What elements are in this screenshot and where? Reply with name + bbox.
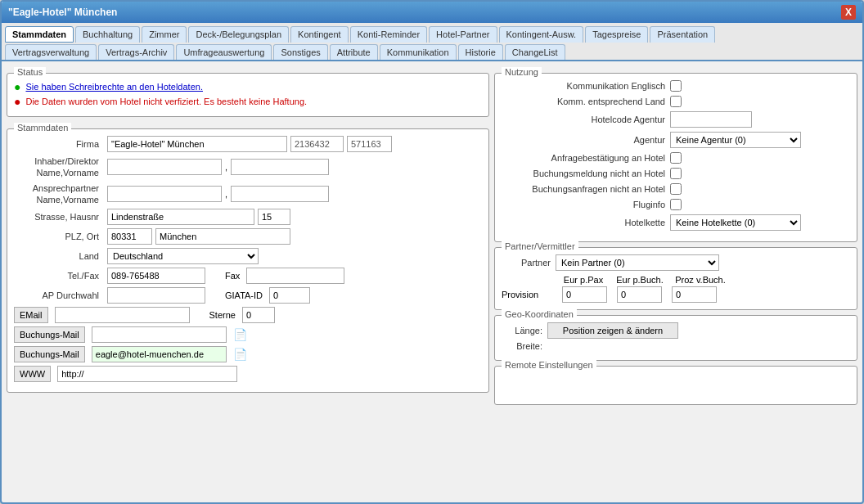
ansprech-vorname-input[interactable] [231, 186, 329, 202]
tab-kontingent[interactable]: Kontingent [290, 26, 349, 43]
buchmail1-input[interactable] [92, 326, 227, 343]
tab-stammdaten[interactable]: Stammdaten [5, 26, 74, 43]
sterne-input[interactable] [242, 307, 275, 323]
komm-land-checkbox[interactable] [670, 96, 682, 107]
tel-label: Tel./Fax [14, 271, 104, 281]
hotelcode-input[interactable] [670, 111, 752, 128]
buchungsanfragen-row: Buchungsanfragen nicht an Hotel [502, 183, 850, 195]
fluginfo-checkbox[interactable] [670, 199, 682, 210]
left-column: Status ● Sie haben Schreibrechte an den … [7, 66, 489, 405]
tab-tagespreise[interactable]: Tagespreise [585, 26, 648, 43]
buchungsanfragen-label: Buchungsanfragen nicht an Hotel [502, 184, 665, 194]
status-line1: ● Sie haben Schreibrechte an den Hotelda… [14, 80, 482, 93]
hausnr-input[interactable] [258, 209, 290, 225]
main-window: "Eagle-Hotel" München X Stammdaten Buchh… [0, 0, 864, 504]
email-input[interactable] [55, 307, 190, 323]
tab-konti-reminder[interactable]: Konti-Reminder [350, 26, 427, 43]
laenge-label: Länge: [502, 326, 542, 335]
hotelkette-select[interactable]: Keine Hotelkette (0) [670, 214, 801, 231]
plz-label: PLZ, Ort [14, 232, 104, 241]
tab-buchhaltung[interactable]: Buchhaltung [75, 26, 140, 43]
firma-input[interactable] [107, 136, 287, 152]
land-select[interactable]: Deutschland [107, 248, 259, 264]
tab-changelist[interactable]: ChangeList [505, 44, 565, 60]
tab-zimmer[interactable]: Zimmer [142, 26, 187, 43]
tab-vertrags-archiv[interactable]: Vertrags-Archiv [98, 44, 174, 60]
nutzung-group: Nutzung Kommunikation Englisch Komm. ent… [494, 73, 857, 242]
partner-group-title: Partner/Vermittler [502, 241, 578, 251]
strasse-input[interactable] [107, 209, 254, 225]
ort-input[interactable] [155, 228, 290, 245]
fax-input[interactable] [246, 268, 344, 284]
tel-input[interactable] [107, 268, 205, 284]
buchmail1-button[interactable]: Buchungs-Mail [14, 326, 85, 343]
tab-historie[interactable]: Historie [458, 44, 503, 60]
red-dot: ● [14, 95, 20, 108]
inhaber-row: Inhaber/Direktor Name,Vorname , [14, 155, 482, 179]
buchungsanfragen-checkbox[interactable] [670, 183, 682, 195]
buch-input[interactable] [617, 286, 662, 303]
buchmail2-button[interactable]: Buchungs-Mail [14, 346, 85, 362]
tab-vertragsverwaltung[interactable]: Vertragsverwaltung [5, 44, 97, 60]
tab-attribute[interactable]: Attribute [330, 44, 378, 60]
tab-kommunikation[interactable]: Kommunikation [380, 44, 457, 60]
close-button[interactable]: X [841, 5, 856, 20]
tab-umfrageauswertung[interactable]: Umfrageauswertung [176, 44, 272, 60]
window-title: "Eagle-Hotel" München [8, 7, 117, 18]
agentur-label: Agentur [502, 135, 665, 145]
stammdaten-group: Stammdaten Firma Inhaber/Direktor Name,V… [7, 128, 489, 393]
hotelcode-label: Hotelcode Agentur [502, 115, 665, 124]
ansprech-name-input[interactable] [107, 186, 222, 202]
inhaber-vorname-input[interactable] [231, 159, 329, 175]
komm-land-label: Komm. entsprechend Land [502, 97, 665, 106]
buchmail1-row: Buchungs-Mail 📄 [14, 326, 482, 343]
buchungs-checkbox[interactable] [670, 168, 682, 179]
hotelkette-row: Hotelkette Keine Hotelkette (0) [502, 214, 850, 231]
provision-header-row: Eur p.Pax Eur p.Buch. Proz v.Buch. [559, 275, 850, 285]
content-area: Status ● Sie haben Schreibrechte an den … [2, 61, 862, 410]
remote-group-title: Remote Einstellungen [502, 360, 596, 370]
agentur-select[interactable]: Keine Agentur (0) [670, 132, 801, 148]
tab-deck[interactable]: Deck-/Belegungsplan [188, 26, 289, 43]
proz-buch-header: Proz v.Buch. [672, 275, 729, 285]
inhaber-name-input[interactable] [107, 159, 222, 175]
plz-input[interactable] [107, 228, 152, 245]
www-button[interactable]: WWW [14, 366, 51, 382]
buchmail2-icon[interactable]: 📄 [233, 348, 247, 361]
status-text1: Sie haben Schreibrechte an den Hoteldate… [25, 82, 203, 92]
tab-hotel-partner[interactable]: Hotel-Partner [429, 26, 497, 43]
tab-praesentation[interactable]: Präsentation [650, 26, 715, 43]
anfrage-checkbox[interactable] [670, 152, 682, 164]
email-button[interactable]: EMail [14, 307, 48, 323]
proz-input[interactable] [672, 286, 717, 303]
partner-row: Partner Kein Partner (0) [502, 254, 850, 271]
giata-input[interactable] [269, 287, 310, 304]
anfrage-label: Anfragebestätigung an Hotel [502, 153, 665, 163]
partner-group: Partner/Vermittler Partner Kein Partner … [494, 247, 857, 310]
komm-englisch-row: Kommunikation Englisch [502, 80, 850, 92]
www-row: WWW [14, 366, 482, 382]
stammdaten-group-title: Stammdaten [14, 123, 71, 133]
right-column: Nutzung Kommunikation Englisch Komm. ent… [494, 66, 857, 405]
partner-select[interactable]: Kein Partner (0) [556, 254, 719, 271]
laenge-row: Länge: Position zeigen & ändern [502, 322, 850, 339]
fax-label: Fax [225, 271, 240, 281]
www-input[interactable] [57, 366, 237, 382]
fluginfo-label: Fluginfo [502, 200, 665, 209]
pax-input[interactable] [562, 286, 607, 303]
buchmail2-input[interactable] [92, 346, 227, 362]
tab-sonstiges[interactable]: Sonstiges [273, 44, 327, 60]
komm-englisch-checkbox[interactable] [670, 80, 682, 92]
firma-id2-input[interactable] [347, 136, 392, 152]
giata-label: GIATA-ID [225, 290, 263, 300]
buchmail1-icon[interactable]: 📄 [233, 328, 247, 341]
ap-input[interactable] [107, 287, 205, 304]
status-line2: ● Die Daten wurden vom Hotel nicht verfi… [14, 95, 482, 108]
tab-kontingent-ausw[interactable]: Kontingent-Ausw. [499, 26, 584, 43]
land-row: Land Deutschland [14, 248, 482, 264]
komm-englisch-label: Kommunikation Englisch [502, 81, 665, 91]
status-group: Status ● Sie haben Schreibrechte an den … [7, 73, 489, 117]
position-button[interactable]: Position zeigen & ändern [547, 322, 678, 339]
title-bar: "Eagle-Hotel" München X [2, 2, 862, 23]
firma-id1-input[interactable] [290, 136, 344, 152]
